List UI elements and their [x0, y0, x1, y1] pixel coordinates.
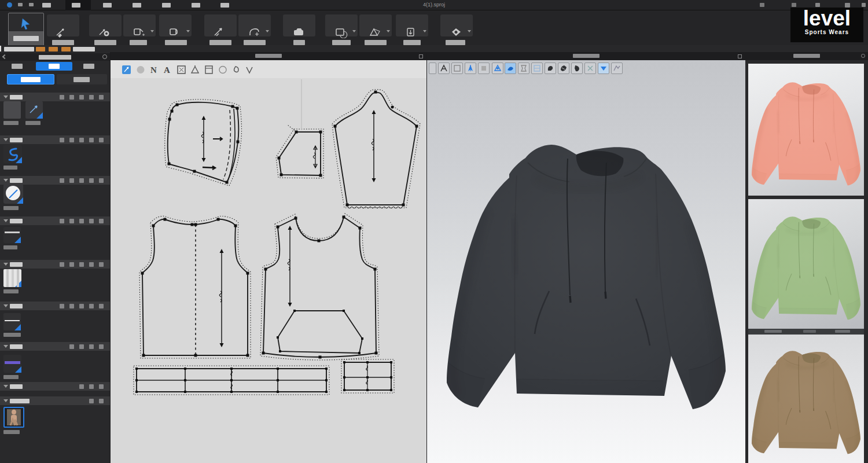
svg-text:N: N: [150, 65, 157, 75]
svg-text:A: A: [164, 65, 170, 75]
